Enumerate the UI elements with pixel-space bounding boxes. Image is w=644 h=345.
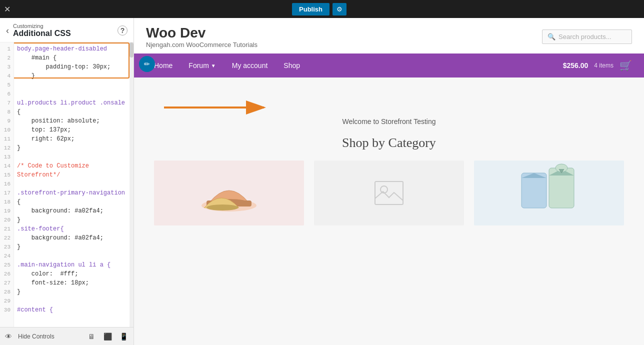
code-line-5: [17, 80, 130, 90]
cart-icon[interactable]: 🛒: [620, 60, 632, 72]
code-line-14: /* Code to Customize: [17, 162, 130, 170]
main-content: Welcome to Storefront Testing Shop by Ca…: [134, 78, 644, 345]
tablet-view-icon[interactable]: ⬛: [102, 332, 112, 342]
code-line-17: .storefront-primary-navigation: [17, 188, 130, 198]
desktop-view-icon[interactable]: 🖥: [86, 332, 96, 342]
code-line-10: top: 137px;: [17, 126, 130, 134]
mobile-view-icon[interactable]: 📱: [118, 332, 128, 342]
code-line-20: }: [17, 216, 130, 224]
header-labels: Customizing Additional CSS: [13, 23, 71, 38]
code-line-19: background: #a02fa4;: [17, 206, 130, 216]
code-line-16: [17, 180, 130, 188]
arrow-annotation: [164, 98, 274, 118]
help-button[interactable]: ?: [118, 26, 128, 36]
code-line-29: [17, 296, 130, 306]
eye-icon: 👁: [5, 332, 12, 340]
code-line-4: }: [17, 72, 130, 80]
nav-my-account[interactable]: My account: [224, 54, 276, 78]
code-line-15: Storefront*/: [17, 170, 130, 180]
welcome-text: Welcome to Storefront Testing: [134, 118, 644, 126]
code-line-23: }: [17, 242, 130, 252]
left-panel: ‹ Customizing Additional CSS ? 1 2 3 4 5…: [0, 18, 134, 345]
main-row: ‹ Customizing Additional CSS ? 1 2 3 4 5…: [0, 18, 644, 345]
search-box[interactable]: 🔍 Search products...: [542, 30, 632, 44]
code-content[interactable]: body.page-header-disabled #main { paddin…: [14, 42, 134, 327]
code-line-28: }: [17, 288, 130, 296]
search-icon: 🔍: [548, 33, 556, 40]
svg-rect-6: [375, 182, 403, 204]
category-card-3: [474, 160, 624, 226]
header-left: ‹ Customizing Additional CSS: [6, 23, 71, 38]
code-line-22: background: #a02fa4;: [17, 234, 130, 242]
shop-title: Shop by Category: [154, 136, 624, 150]
forum-dropdown-icon: ▼: [211, 63, 216, 68]
edit-pencil-button[interactable]: ✏: [139, 56, 155, 72]
nav-links: Home Forum ▼ My account Shop: [146, 54, 308, 78]
code-line-9: position: absolute;: [17, 116, 130, 126]
code-line-3: padding-top: 30px;: [17, 62, 130, 72]
store-header: Woo Dev Njengah.com WooCommerce Tutorial…: [134, 18, 644, 54]
hide-controls-button[interactable]: Hide Controls: [18, 333, 54, 340]
customizing-label: Customizing: [13, 23, 71, 29]
code-line-2: #main {: [17, 54, 130, 62]
hide-controls-label: Hide Controls: [18, 333, 54, 340]
store-branding: Woo Dev Njengah.com WooCommerce Tutorial…: [146, 25, 258, 48]
back-button[interactable]: ‹: [6, 26, 9, 36]
svg-point-5: [206, 204, 238, 210]
jacket-illustration: [516, 163, 582, 223]
code-line-8: {: [17, 108, 130, 116]
svg-rect-8: [522, 173, 546, 208]
close-button[interactable]: ✕: [4, 4, 10, 14]
preview-panel: ✏ Woo Dev Njengah.com WooCommerce Tutori…: [134, 18, 644, 345]
code-line-12: }: [17, 144, 130, 152]
code-line-21: .site-footer{: [17, 224, 130, 234]
publish-button[interactable]: Publish: [292, 3, 330, 16]
store-subtitle: Njengah.com WooCommerce Tutorials: [146, 41, 258, 48]
store-title: Woo Dev: [146, 25, 258, 41]
code-editor[interactable]: 1 2 3 4 5 6 7 8 9 10 11 12 13 14 15 16 1…: [0, 42, 134, 327]
nav-forum[interactable]: Forum ▼: [180, 54, 224, 78]
nav-right: $256.00 4 items 🛒: [563, 60, 632, 72]
code-line-30: #content {: [17, 306, 130, 314]
code-line-13: [17, 152, 130, 162]
panel-header: ‹ Customizing Additional CSS ?: [0, 18, 134, 42]
top-bar: ✕ Publish ⚙: [0, 0, 644, 18]
code-line-24: [17, 252, 130, 260]
code-line-25: .main-navigation ul li a {: [17, 260, 130, 270]
code-line-18: {: [17, 198, 130, 206]
category-card-2: [314, 160, 464, 226]
gear-button[interactable]: ⚙: [332, 3, 346, 16]
hat-illustration: [199, 168, 259, 218]
code-line-11: right: 62px;: [17, 134, 130, 144]
code-line-7: ul.products li.product .onsale: [17, 98, 130, 108]
shop-section: Shop by Category: [134, 136, 644, 226]
code-line-1: body.page-header-disabled: [17, 44, 130, 54]
code-line-26: color: #fff;: [17, 270, 130, 278]
top-bar-center: Publish ⚙: [292, 3, 346, 16]
category-grid: [154, 160, 624, 226]
placeholder-icon: [374, 180, 404, 206]
nav-bar: Home Forum ▼ My account Shop $256.00 4 i…: [134, 54, 644, 78]
code-line-27: font-size: 18px;: [17, 278, 130, 288]
search-placeholder: Search products...: [558, 33, 612, 40]
cart-count: 4 items: [594, 62, 614, 69]
nav-shop[interactable]: Shop: [276, 54, 308, 78]
scrollbar-thumb[interactable]: [130, 42, 134, 58]
bottom-toolbar: 👁 Hide Controls 🖥 ⬛ 📱: [0, 327, 134, 345]
additional-css-label: Additional CSS: [13, 29, 71, 38]
line-numbers: 1 2 3 4 5 6 7 8 9 10 11 12 13 14 15 16 1…: [0, 42, 14, 327]
code-line-6: [17, 90, 130, 98]
category-card-1: [154, 160, 304, 226]
scrollbar-track: [130, 42, 134, 327]
cart-amount: $256.00: [563, 62, 588, 70]
arrow-svg: [164, 98, 274, 118]
